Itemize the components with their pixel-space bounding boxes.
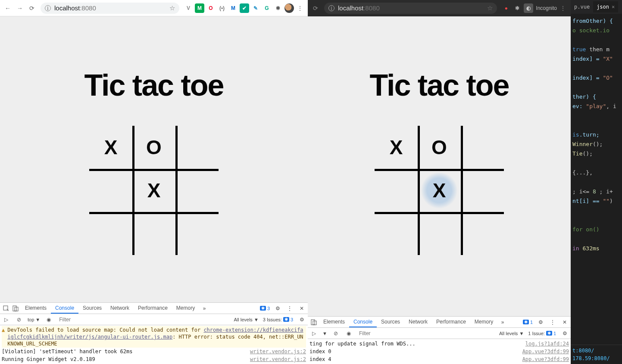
site-info-icon[interactable]: i (45, 5, 51, 11)
close-icon[interactable]: × (612, 4, 615, 10)
board-cell-8[interactable] (461, 212, 504, 255)
console-message: index 0 (309, 348, 518, 355)
tabs-overflow-icon[interactable]: » (200, 304, 209, 313)
devtools-tab-memory[interactable]: Memory (470, 317, 497, 327)
console-source-link[interactable]: writer.vendor.js:2 (250, 348, 306, 355)
filter-input[interactable] (57, 316, 229, 324)
editor-body[interactable]: fromOther) {o socket.io true then mindex… (571, 14, 622, 256)
ext-puzzle[interactable]: ✱ (513, 3, 522, 13)
site-info-icon[interactable]: i (328, 5, 334, 11)
ext-incognito[interactable]: ◐ (524, 3, 533, 13)
ext-red[interactable]: ● (501, 3, 511, 13)
devtools-close-icon[interactable]: ✕ (560, 318, 569, 327)
eye-icon[interactable]: ◉ (44, 315, 53, 324)
board-cell-4[interactable]: X (132, 169, 175, 212)
levels-selector[interactable]: All levels ▼ (234, 317, 258, 322)
devtools-tab-performance[interactable]: Performance (432, 317, 470, 327)
console-output[interactable]: ▲DevTools failed to load source map: Cou… (0, 325, 308, 364)
reload-button[interactable]: ⟳ (309, 3, 322, 14)
forward-button[interactable]: → (14, 3, 26, 14)
board-cell-3[interactable] (375, 169, 418, 212)
console-output[interactable]: ting for update signal from WDS...log.js… (308, 339, 571, 364)
device-toggle-icon[interactable] (309, 318, 318, 327)
devtools-tab-network[interactable]: Network (106, 303, 134, 313)
board-cell-8[interactable] (175, 212, 219, 255)
devtools-tab-sources[interactable]: Sources (78, 303, 106, 313)
bookmark-icon[interactable]: ☆ (487, 4, 493, 12)
game-board: XOX (89, 126, 219, 255)
ext-grammarly[interactable]: G (262, 3, 272, 13)
ext-m[interactable]: M (195, 3, 204, 13)
console-source-link[interactable]: log.js?1afd:24 (525, 340, 569, 348)
console-settings-icon[interactable]: ⚙ (560, 329, 569, 338)
board-cell-7[interactable] (132, 212, 175, 255)
reload-button[interactable]: ⟳ (26, 3, 38, 14)
eye-icon[interactable]: ◉ (344, 329, 353, 338)
devtools-settings-icon[interactable]: ⚙ (273, 304, 282, 313)
board-cell-5[interactable] (461, 169, 504, 212)
board-cell-0[interactable]: X (375, 126, 418, 169)
profile-avatar[interactable] (284, 3, 294, 13)
console-source-link[interactable]: App.vue?3dfd:99 (522, 348, 569, 355)
tabs-overflow-icon[interactable]: » (498, 318, 507, 327)
editor-tab[interactable]: p.vue (571, 1, 593, 12)
ext-opera[interactable]: O (206, 3, 216, 13)
console-source-link[interactable]: App.vue?3dfd:99 (522, 355, 569, 363)
address-bar[interactable]: i localhost:8080 ☆ (324, 3, 497, 14)
board-cell-3[interactable] (89, 169, 132, 212)
messages-badge[interactable]: ✱1 (523, 319, 533, 326)
back-button[interactable]: ← (2, 3, 14, 14)
devtools-tab-sources[interactable]: Sources (377, 317, 404, 327)
levels-selector[interactable]: All levels ▼ (499, 331, 524, 336)
board-cell-2[interactable] (461, 126, 504, 169)
console-clear-icon[interactable]: ⊘ (331, 329, 340, 338)
context-selector[interactable]: top ▼ (28, 317, 40, 322)
board-cell-5[interactable] (175, 169, 219, 212)
devtools-tab-memory[interactable]: Memory (172, 303, 199, 313)
console-settings-icon[interactable]: ⚙ (297, 315, 306, 324)
menu-button[interactable]: ⋮ (294, 3, 306, 14)
board-cell-1[interactable]: O (418, 126, 461, 169)
editor-terminal[interactable]: t:8080/178.59:8080/ (571, 345, 622, 364)
console-clear-icon[interactable]: ⊘ (15, 315, 23, 324)
devtools-tab-elements[interactable]: Elements (21, 303, 51, 313)
ext-pen[interactable]: ✎ (251, 3, 260, 13)
ext-m2[interactable]: M (228, 3, 238, 13)
ext-paren[interactable]: (•) (217, 3, 227, 13)
filter-input[interactable] (357, 330, 495, 337)
ext-puzzle[interactable]: ✱ (273, 3, 283, 13)
messages-badge[interactable]: ✱3 (260, 305, 270, 312)
devtools-settings-icon[interactable]: ⚙ (536, 318, 545, 327)
board-cell-7[interactable] (418, 212, 461, 255)
console-source-link[interactable]: writer.vendor.js:2 (250, 356, 306, 363)
editor-tab[interactable]: json× (593, 1, 618, 12)
board-cell-6[interactable] (89, 212, 132, 255)
context-selector[interactable]: ▼ (322, 331, 327, 336)
inspect-icon[interactable] (2, 304, 10, 313)
devtools-tab-console[interactable]: Console (349, 317, 377, 327)
devtools-tab-elements[interactable]: Elements (319, 317, 349, 327)
devtools-menu-icon[interactable]: ⋮ (548, 318, 557, 327)
board-cell-0[interactable]: X (89, 126, 132, 169)
issues-indicator[interactable]: 1 Issue: ✱1 (528, 330, 556, 337)
console-play-icon[interactable]: ▷ (2, 315, 10, 324)
menu-button[interactable]: ⋮ (557, 3, 569, 14)
ext-v[interactable]: V (184, 3, 193, 13)
devtools-close-icon[interactable]: ✕ (297, 304, 306, 313)
game-board: XOX (375, 126, 504, 255)
ext-g[interactable]: ✔ (240, 3, 249, 13)
issues-indicator[interactable]: 3 Issues: ✱3 (263, 316, 293, 323)
devtools-tab-performance[interactable]: Performance (134, 303, 172, 313)
devtools-tab-network[interactable]: Network (404, 317, 432, 327)
address-bar[interactable]: i localhost:8080 ☆ (41, 3, 179, 14)
board-cell-4[interactable]: X (418, 169, 461, 212)
console-play-icon[interactable]: ▷ (309, 329, 318, 338)
devtools-menu-icon[interactable]: ⋮ (285, 304, 294, 313)
board-cell-2[interactable] (175, 126, 219, 169)
menu-icon: ⋮ (297, 5, 303, 12)
bookmark-icon[interactable]: ☆ (169, 4, 175, 12)
board-cell-1[interactable]: O (132, 126, 175, 169)
board-cell-6[interactable] (375, 212, 418, 255)
device-toggle-icon[interactable] (11, 304, 20, 313)
devtools-tab-console[interactable]: Console (51, 303, 78, 314)
